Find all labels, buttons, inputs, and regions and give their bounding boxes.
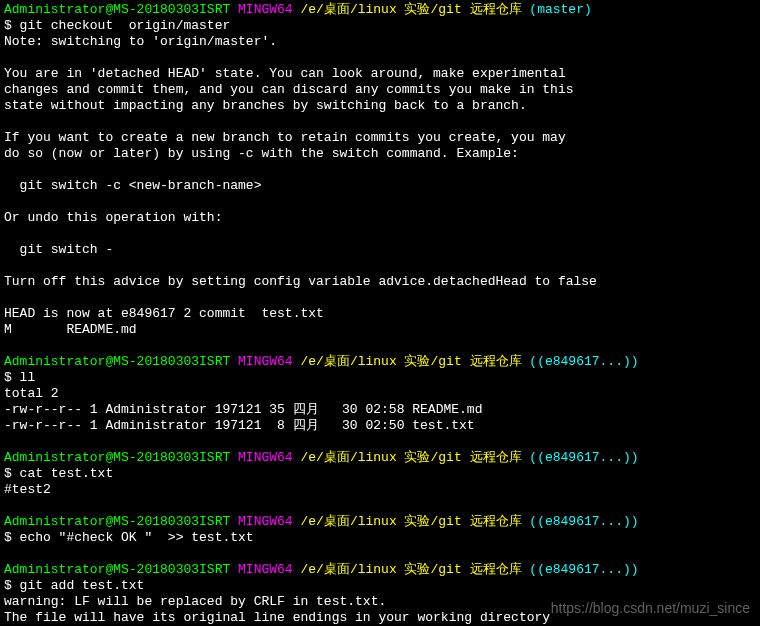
watermark: https://blog.csdn.net/muzi_since [551,600,750,616]
command: $ git checkout origin/master [4,18,756,34]
output-line: state without impacting any branches by … [4,98,756,114]
output-line: changes and commit them, and you can dis… [4,82,756,98]
prompt-line: Administrator@MS-20180303ISRT MINGW64 /e… [4,354,756,370]
output-line: -rw-r--r-- 1 Administrator 197121 8 四月 3… [4,418,756,434]
blank [4,258,756,274]
output-line: Turn off this advice by setting config v… [4,274,756,290]
prompt-line: Administrator@MS-20180303ISRT MINGW64 /e… [4,2,756,18]
output-line: #test2 [4,482,756,498]
prompt-line: Administrator@MS-20180303ISRT MINGW64 /e… [4,450,756,466]
command: $ echo "#check OK " >> test.txt [4,530,756,546]
output-line: total 2 [4,386,756,402]
blank [4,50,756,66]
blank [4,162,756,178]
blank [4,498,756,514]
output-line: Or undo this operation with: [4,210,756,226]
command: $ cat test.txt [4,466,756,482]
blank [4,114,756,130]
prompt-line: Administrator@MS-20180303ISRT MINGW64 /e… [4,562,756,578]
blank [4,194,756,210]
blank [4,434,756,450]
output-line: git switch -c <new-branch-name> [4,178,756,194]
prompt-line: Administrator@MS-20180303ISRT MINGW64 /e… [4,514,756,530]
blank [4,226,756,242]
output-line: Note: switching to 'origin/master'. [4,34,756,50]
command: $ ll [4,370,756,386]
output-line: HEAD is now at e849617 2 commit test.txt [4,306,756,322]
command: $ git add test.txt [4,578,756,594]
output-line: M README.md [4,322,756,338]
output-line: git switch - [4,242,756,258]
blank [4,290,756,306]
output-line: do so (now or later) by using -c with th… [4,146,756,162]
blank [4,546,756,562]
blank [4,338,756,354]
output-line: -rw-r--r-- 1 Administrator 197121 35 四月 … [4,402,756,418]
terminal-output[interactable]: Administrator@MS-20180303ISRT MINGW64 /e… [4,2,756,626]
output-line: You are in 'detached HEAD' state. You ca… [4,66,756,82]
output-line: If you want to create a new branch to re… [4,130,756,146]
